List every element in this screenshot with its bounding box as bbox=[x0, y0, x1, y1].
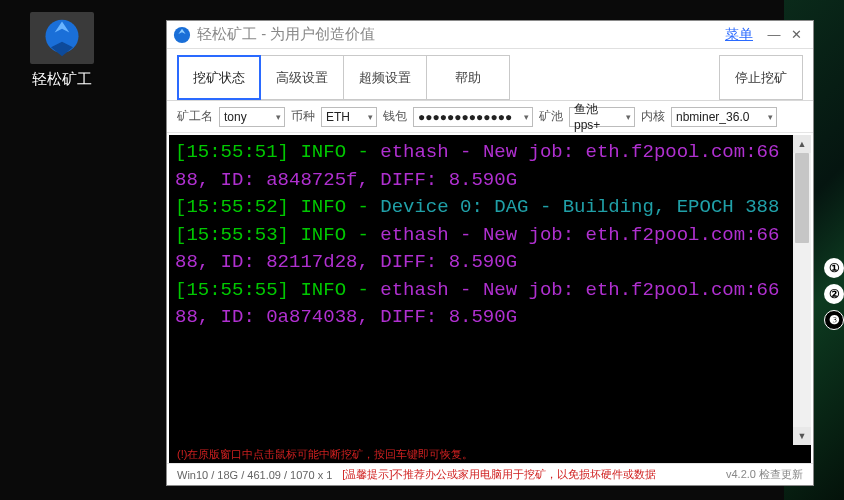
tab-overclock[interactable]: 超频设置 bbox=[343, 55, 427, 100]
chevron-down-icon: ▾ bbox=[368, 112, 373, 122]
chevron-down-icon: ▾ bbox=[524, 112, 529, 122]
app-logo-icon bbox=[173, 26, 191, 44]
version-check-update[interactable]: v4.2.0 检查更新 bbox=[726, 467, 803, 482]
coin-select[interactable]: ETH ▾ bbox=[321, 107, 377, 127]
tab-help[interactable]: 帮助 bbox=[426, 55, 510, 100]
chevron-down-icon: ▾ bbox=[768, 112, 773, 122]
toolbar: 挖矿状态 高级设置 超频设置 帮助 停止挖矿 bbox=[167, 49, 813, 101]
tab-mining-status[interactable]: 挖矿状态 bbox=[177, 55, 261, 100]
console-scrollbar[interactable]: ▲ ▼ bbox=[793, 135, 811, 445]
window-title: 轻松矿工 - 为用户创造价值 bbox=[197, 25, 375, 44]
badge-2[interactable]: ② bbox=[824, 284, 844, 304]
kernel-select[interactable]: nbminer_36.0 ▾ bbox=[671, 107, 777, 127]
scroll-thumb[interactable] bbox=[795, 153, 809, 243]
desktop-shortcut-label: 轻松矿工 bbox=[12, 70, 112, 89]
console-output[interactable]: [15:55:51] INFO - ethash - New job: eth.… bbox=[169, 135, 793, 445]
miner-name-input[interactable]: tony ▾ bbox=[219, 107, 285, 127]
app-launch-icon bbox=[30, 12, 94, 64]
scroll-down-button[interactable]: ▼ bbox=[793, 427, 811, 445]
menu-button[interactable]: 菜单 bbox=[725, 26, 753, 44]
wallet-label: 钱包 bbox=[383, 108, 407, 125]
console-hint: (!)在原版窗口中点击鼠标可能中断挖矿，按回车键即可恢复。 bbox=[169, 445, 811, 463]
chevron-down-icon: ▾ bbox=[626, 112, 631, 122]
chevron-down-icon: ▾ bbox=[276, 112, 281, 122]
desktop-shortcut[interactable]: 轻松矿工 bbox=[12, 12, 112, 89]
scroll-track[interactable] bbox=[793, 153, 811, 427]
stop-mining-button[interactable]: 停止挖矿 bbox=[719, 55, 803, 100]
side-badges: ① ② ❸ bbox=[824, 258, 844, 330]
console-area: [15:55:51] INFO - ethash - New job: eth.… bbox=[169, 135, 811, 445]
miner-name-label: 矿工名 bbox=[177, 108, 213, 125]
scroll-up-button[interactable]: ▲ bbox=[793, 135, 811, 153]
pool-select[interactable]: 鱼池pps+ ▾ bbox=[569, 107, 635, 127]
close-button[interactable]: ✕ bbox=[785, 26, 807, 44]
system-info: Win10 / 18G / 461.09 / 1070 x 1 bbox=[177, 469, 332, 481]
kernel-label: 内核 bbox=[641, 108, 665, 125]
tab-advanced[interactable]: 高级设置 bbox=[260, 55, 344, 100]
badge-1[interactable]: ① bbox=[824, 258, 844, 278]
coin-label: 币种 bbox=[291, 108, 315, 125]
minimize-button[interactable]: — bbox=[763, 26, 785, 44]
wallet-select[interactable]: ●●●●●●●●●●●●● ▾ bbox=[413, 107, 533, 127]
badge-3[interactable]: ❸ bbox=[824, 310, 844, 330]
titlebar: 轻松矿工 - 为用户创造价值 菜单 — ✕ bbox=[167, 21, 813, 49]
app-window: 轻松矿工 - 为用户创造价值 菜单 — ✕ 挖矿状态 高级设置 超频设置 帮助 … bbox=[166, 20, 814, 486]
config-bar: 矿工名 tony ▾ 币种 ETH ▾ 钱包 ●●●●●●●●●●●●● ▾ 矿… bbox=[167, 101, 813, 133]
status-warning: [温馨提示]不推荐办公或家用电脑用于挖矿，以免损坏硬件或数据 bbox=[342, 467, 656, 482]
pool-label: 矿池 bbox=[539, 108, 563, 125]
status-bar: Win10 / 18G / 461.09 / 1070 x 1 [温馨提示]不推… bbox=[167, 463, 813, 485]
